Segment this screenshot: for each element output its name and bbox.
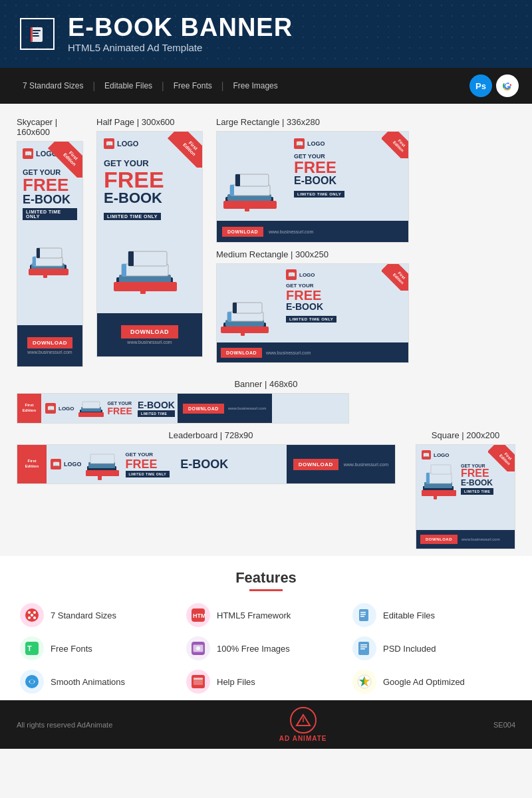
download-btn[interactable]: DOWNLOAD (221, 348, 262, 358)
svg-rect-1 (33, 30, 41, 31)
free-text: FREE (126, 458, 170, 470)
footer-logo-text: AD ANIMATE (279, 735, 327, 742)
feature-item-7: Smooth Animations (20, 670, 180, 694)
header-title: E-BOOK BANNER (68, 15, 293, 40)
logo-text: LOGO (434, 452, 450, 458)
right-col: Large Rectangle | 336x280 FirstEdition (216, 117, 515, 367)
books-illustration (23, 231, 77, 285)
logo-icon: 📖 (23, 148, 33, 159)
svg-rect-19 (128, 251, 167, 266)
leaderboard-wrapper: Leaderboard | 728x90 FirstEdition 📖 LOGO (17, 430, 405, 484)
feature-icon-3 (352, 603, 376, 627)
banner468-banner: FirstEdition 📖 LOGO GET YOUR FREE E-BOOK (17, 393, 349, 424)
footer-logo-line1: AD (279, 735, 293, 742)
feature-item-2: HTML HTML5 Framework (186, 603, 346, 627)
url-text: www.businessurl.com (344, 462, 388, 467)
square-label: Square | 200x200 (416, 430, 515, 440)
header-logo-box (20, 18, 55, 50)
feature-icon-2: HTML (186, 603, 210, 627)
limited-text: LIMITED TIME (461, 488, 493, 495)
download-btn[interactable]: DOWNLOAD (121, 325, 178, 338)
svg-rect-50 (426, 473, 452, 483)
banner468-logo-area: 📖 LOGO (41, 394, 78, 423)
logo-text: LOGO (307, 140, 325, 147)
download-btn[interactable]: DOWNLOAD (420, 535, 458, 544)
leaderboard-books (86, 446, 120, 483)
download-btn[interactable]: DOWNLOAD (27, 337, 72, 348)
svg-rect-40 (78, 412, 104, 417)
square-banner: FirstEdition 📖 LOGO (416, 444, 515, 549)
logo-icon: 📖 (45, 403, 56, 414)
url-text: www.businessurl.com (228, 406, 267, 410)
svg-rect-37 (241, 331, 245, 336)
svg-rect-4 (31, 27, 33, 42)
limited-text: LIMITED TIME ONLY (294, 191, 344, 198)
logo-icon: 📖 (286, 269, 297, 280)
free-text: FREE (108, 406, 132, 416)
med-rect-wrapper: Medium Rectangle | 300x250 FirstEdition (216, 249, 515, 363)
banner468-ebook-area: E-BOOK LIMITED TIME (135, 400, 178, 417)
svg-rect-74 (360, 646, 367, 648)
svg-rect-44 (86, 470, 119, 476)
feature-item-8: Help Files (186, 670, 346, 694)
svg-rect-64 (360, 614, 366, 615)
svg-rect-52 (431, 465, 451, 474)
svg-rect-18 (122, 264, 126, 276)
download-btn[interactable]: DOWNLOAD (293, 459, 338, 470)
download-btn[interactable]: DOWNLOAD (183, 404, 224, 414)
navbar-item-3: Free Fonts (164, 81, 221, 90)
feature-label-4: Free Fonts (51, 644, 92, 654)
feature-label-3: Editable Files (383, 610, 435, 620)
banner-grid-top: Skycaper | 160x600 FirstEdition 📖 LOGO G… (17, 117, 515, 367)
logo-text: LOGO (117, 140, 138, 148)
skyscraper-col: Skycaper | 160x600 FirstEdition 📖 LOGO G… (17, 117, 83, 367)
feature-label-8: Help Files (217, 677, 255, 687)
banner468-cta: DOWNLOAD www.businessurl.com (178, 394, 272, 423)
svg-rect-45 (90, 454, 114, 464)
feature-label-5: 100% Free Images (217, 644, 290, 654)
feature-label-6: PSD Included (383, 644, 436, 654)
svg-rect-2 (33, 33, 39, 34)
url-text: www.businessurl.com (269, 229, 313, 234)
features-section: Features 7 Standard Sizes HTML HTML5 Fra… (0, 556, 532, 700)
feature-label-9: Google Ad Optimized (383, 677, 465, 687)
leaderboard-label: Leaderboard | 728x90 (17, 430, 405, 440)
svg-point-58 (33, 616, 36, 619)
svg-rect-11 (37, 248, 62, 258)
svg-point-71 (196, 646, 200, 650)
limited-text: LIMITED TIME ONLY (23, 208, 77, 220)
url-text: www.businessurl.com (127, 340, 172, 344)
free-text: FREE (23, 176, 77, 194)
feature-item-6: PSD Included (352, 636, 512, 660)
feature-label-7: Smooth Animations (51, 677, 125, 687)
main-content: Skycaper | 160x600 FirstEdition 📖 LOGO G… (0, 104, 532, 556)
feature-icon-6 (352, 636, 376, 660)
leaderboard-banner: FirstEdition 📖 LOGO GET YOUR FR (17, 444, 396, 484)
svg-point-77 (30, 680, 34, 684)
logo-text: LOGO (64, 461, 82, 467)
download-btn[interactable]: DOWNLOAD (222, 227, 263, 237)
svg-rect-12 (37, 248, 40, 258)
svg-rect-3 (33, 35, 39, 37)
ribbon-text: FirstEdition (382, 132, 408, 158)
halfpage-col: Half Page | 300x600 FirstEdition 📖 LOGO … (96, 117, 203, 367)
limited-text: LIMITED TIME ONLY (286, 316, 336, 323)
large-rect-label: Large Rectangle | 336x280 (216, 117, 515, 127)
med-rect-ribbon: FirstEdition (382, 264, 408, 291)
svg-rect-13 (43, 273, 47, 278)
halfpage-headline: GET YOUR FREE E-BOOK LIMITED TIME ONLY (104, 158, 196, 221)
banner468-ribbon-area: FirstEdition (17, 394, 41, 423)
get-your: GET YOUR (108, 401, 132, 406)
ebook-text: E-BOOK (138, 400, 175, 410)
skyscraper-banner: FirstEdition 📖 LOGO GET YOUR FREE E-BOOK… (17, 141, 83, 367)
bottom-left: Leaderboard | 728x90 FirstEdition 📖 LOGO (17, 430, 405, 489)
photoshop-icon: Ps (469, 74, 492, 97)
get-your: GET YOUR (126, 452, 170, 458)
footer-logo: AD ANIMATE (279, 707, 327, 742)
large-rect-banner: FirstEdition (216, 131, 409, 243)
halfpage-books (104, 234, 196, 301)
feature-icon-7 (20, 670, 44, 694)
med-rect-dark-strip: DOWNLOAD www.businessurl.com (217, 342, 408, 362)
footer-logo-icon (290, 707, 317, 733)
navbar-item-2: Editable Files (95, 81, 162, 90)
